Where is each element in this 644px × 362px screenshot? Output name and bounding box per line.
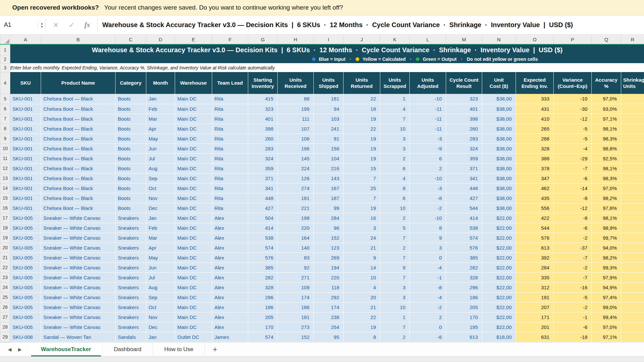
cell[interactable] xyxy=(621,163,644,173)
column-header-F[interactable]: F xyxy=(212,35,248,44)
cell[interactable]: Chelsea Boot — Black xyxy=(41,104,115,114)
cell[interactable]: 504 xyxy=(248,213,278,223)
cell[interactable]: SKU-005 xyxy=(10,253,41,262)
cell[interactable]: 191 xyxy=(516,292,554,302)
cell[interactable]: $38,00 xyxy=(482,134,516,143)
cell[interactable]: Main DC xyxy=(175,114,212,124)
cell[interactable]: Main DC xyxy=(175,233,212,243)
cell[interactable]: -10 xyxy=(410,213,446,223)
row-header-27[interactable]: 27 xyxy=(0,312,10,322)
cell[interactable] xyxy=(621,312,644,322)
cell[interactable]: 462 xyxy=(516,183,554,193)
cell[interactable]: 126 xyxy=(278,173,314,183)
cell[interactable]: SKU-001 xyxy=(10,124,41,134)
cell[interactable]: 7 xyxy=(380,272,410,282)
cell[interactable]: Rita xyxy=(212,163,248,173)
cell[interactable]: Sneakers xyxy=(115,233,146,243)
cell[interactable] xyxy=(621,322,644,332)
cell[interactable]: 427 xyxy=(248,203,278,213)
cell[interactable] xyxy=(621,114,644,124)
column-header-H[interactable]: H xyxy=(278,35,314,44)
cell[interactable]: 401 xyxy=(248,114,278,124)
cell[interactable]: 6 xyxy=(380,193,410,203)
cell[interactable]: 2 xyxy=(410,163,446,173)
cell[interactable]: 19 xyxy=(344,143,380,153)
cell[interactable]: 187 xyxy=(314,193,344,203)
instruction-note-cell[interactable]: Enter blue cells monthly. Expected Endin… xyxy=(10,63,644,72)
column-header-D[interactable]: D xyxy=(146,35,175,44)
cell[interactable]: -6 xyxy=(554,322,592,332)
cell[interactable]: -12 xyxy=(554,114,592,124)
row-header-26[interactable]: 26 xyxy=(0,302,10,312)
cell[interactable]: 6 xyxy=(410,153,446,163)
cell[interactable]: $38,00 xyxy=(482,203,516,213)
tab-scroll-right-icon[interactable]: ▶ xyxy=(18,347,22,352)
cell[interactable]: 631 xyxy=(516,332,554,342)
cell[interactable]: 292 xyxy=(314,292,344,302)
cell[interactable]: 9 xyxy=(410,233,446,243)
cell[interactable]: Chelsea Boot — Black xyxy=(41,94,115,104)
cell[interactable]: Main DC xyxy=(175,124,212,134)
cell[interactable]: $38,00 xyxy=(482,163,516,173)
row-header-18[interactable]: 18 xyxy=(0,223,10,233)
cell[interactable]: 296 xyxy=(446,282,482,292)
cell[interactable]: Main DC xyxy=(175,153,212,163)
cell[interactable]: Chelsea Boot — Black xyxy=(41,153,115,163)
cell[interactable]: May xyxy=(146,253,175,262)
cell[interactable]: Alex xyxy=(212,282,248,292)
cell[interactable]: SKU-001 xyxy=(10,134,41,143)
cell[interactable]: SKU-001 xyxy=(10,114,41,124)
cell[interactable]: -16 xyxy=(554,282,592,292)
cell[interactable]: 164 xyxy=(278,233,314,243)
cell[interactable]: 388 xyxy=(516,153,554,163)
cell[interactable]: 7 xyxy=(380,233,410,243)
cell[interactable]: Sneakers xyxy=(115,262,146,272)
cell[interactable] xyxy=(621,223,644,233)
cell[interactable]: 359 xyxy=(446,153,482,163)
cell[interactable]: 341 xyxy=(446,173,482,183)
cell[interactable]: 201 xyxy=(516,322,554,332)
cell[interactable]: 174 xyxy=(314,302,344,312)
formula-input[interactable]: Warehouse & Stock Accuracy Tracker v3.0 … xyxy=(98,16,644,34)
cell[interactable]: SKU-005 xyxy=(10,262,41,272)
cell[interactable]: Alex xyxy=(212,322,248,332)
cell[interactable]: 10 xyxy=(344,272,380,282)
column-title[interactable]: Warehouse xyxy=(175,72,212,94)
cell[interactable]: -1 xyxy=(410,272,446,282)
column-title[interactable]: Units Returned xyxy=(344,72,380,94)
cell[interactable]: Mar xyxy=(146,233,175,243)
cell[interactable]: Sneaker — White Canvas xyxy=(41,282,115,292)
cancel-icon[interactable]: ✕ xyxy=(53,21,59,29)
cell[interactable]: 97,0% xyxy=(592,183,621,193)
cell[interactable]: Alex xyxy=(212,253,248,262)
row-header-7[interactable]: 7 xyxy=(0,114,10,124)
cell[interactable]: Main DC xyxy=(175,253,212,262)
cell[interactable]: 283 xyxy=(248,143,278,153)
cell[interactable]: 1 xyxy=(380,312,410,322)
cell[interactable]: 24 xyxy=(344,233,380,243)
column-header-M[interactable]: M xyxy=(446,35,482,44)
select-all-corner[interactable] xyxy=(0,35,10,44)
cell[interactable] xyxy=(621,124,644,134)
cell[interactable]: 98,9% xyxy=(592,223,621,233)
cell[interactable]: Aug xyxy=(146,282,175,292)
cell[interactable]: 205 xyxy=(248,312,278,322)
cell[interactable]: $18,00 xyxy=(482,332,516,342)
cell[interactable]: Alex xyxy=(212,302,248,312)
cell[interactable]: Sneakers xyxy=(115,272,146,282)
column-title[interactable]: Units Shipped xyxy=(314,72,344,94)
cell[interactable]: 15 xyxy=(344,163,380,173)
cell[interactable]: 576 xyxy=(516,233,554,243)
cell[interactable]: Sneaker — White Canvas xyxy=(41,213,115,223)
cell[interactable]: SKU-001 xyxy=(10,183,41,193)
row-header-19[interactable]: 19 xyxy=(0,233,10,243)
cell[interactable]: Dec xyxy=(146,203,175,213)
cell[interactable]: 181 xyxy=(314,94,344,104)
cell[interactable] xyxy=(621,153,644,163)
cell[interactable]: 410 xyxy=(516,114,554,124)
cell[interactable]: 143 xyxy=(314,173,344,183)
cell[interactable]: Sneaker — White Canvas xyxy=(41,243,115,253)
cell[interactable]: SKU-001 xyxy=(10,203,41,213)
cell[interactable]: Chelsea Boot — Black xyxy=(41,183,115,193)
column-header-L[interactable]: L xyxy=(410,35,446,44)
